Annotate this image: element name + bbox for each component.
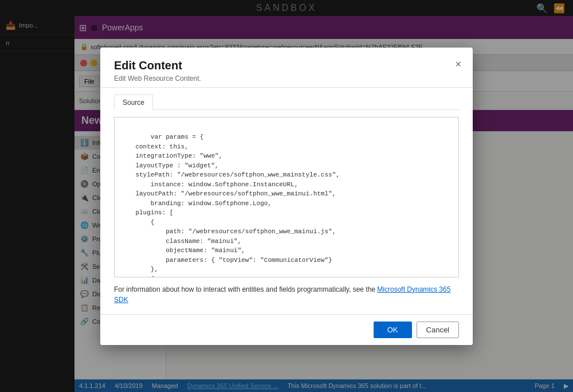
modal-overlay: Edit Content Edit Web Resource Content. …: [0, 0, 573, 392]
info-text-content: For information about how to interact wi…: [114, 285, 377, 293]
tab-source[interactable]: Source: [114, 95, 153, 110]
tab-source-label: Source: [123, 99, 144, 107]
tab-bar: Source: [114, 95, 459, 110]
cancel-button[interactable]: Cancel: [417, 322, 459, 338]
edit-content-dialog: Edit Content Edit Web Resource Content. …: [100, 48, 473, 345]
ok-button[interactable]: OK: [374, 322, 412, 338]
dialog-footer: OK Cancel: [100, 314, 473, 345]
info-text: For information about how to interact wi…: [114, 284, 459, 305]
dialog-header: Edit Content Edit Web Resource Content. …: [100, 48, 473, 88]
dialog-close-button[interactable]: ×: [453, 57, 464, 72]
code-editor[interactable]: var params = { context: this, integratio…: [114, 117, 459, 277]
dialog-body: Source var params = { context: this, int…: [100, 88, 473, 314]
dialog-subtitle: Edit Web Resource Content.: [114, 75, 459, 83]
dialog-title: Edit Content: [114, 59, 459, 72]
code-content: var params = { context: this, integratio…: [120, 134, 459, 277]
